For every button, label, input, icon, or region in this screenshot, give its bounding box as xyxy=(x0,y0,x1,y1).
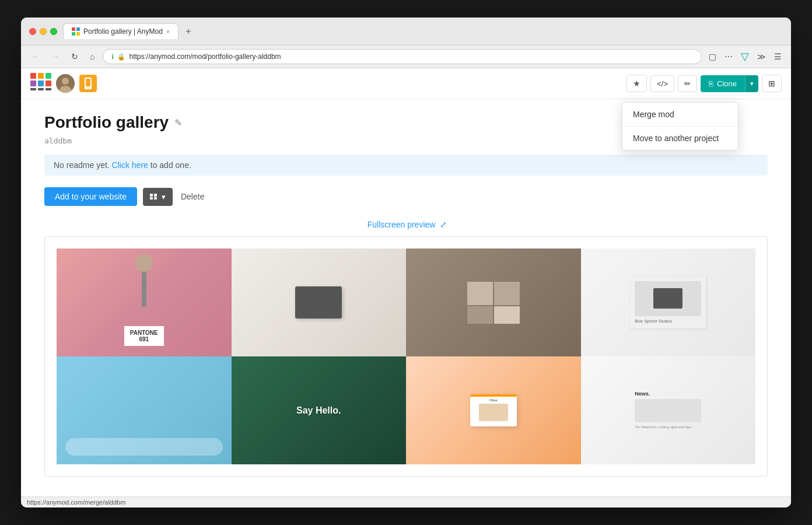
app-logo xyxy=(30,73,97,94)
reader-mode-button[interactable]: ▢ xyxy=(706,50,719,64)
new-tab-button[interactable]: + xyxy=(181,24,195,39)
address-bar[interactable]: ℹ 🔒 https://anymod.com/mod/portfolio-gal… xyxy=(103,49,702,64)
pantone-number: 691 xyxy=(130,336,158,342)
status-url: https://anymod.com/merge/alddbm xyxy=(27,499,125,506)
svg-point-18 xyxy=(88,88,89,89)
clone-icon: ⎘ xyxy=(709,79,713,88)
clone-label: Clone xyxy=(717,79,737,88)
clone-dropdown-button[interactable]: ▾ xyxy=(745,75,758,92)
laptop-preview: Olive xyxy=(470,394,517,426)
fullscreen-icon: ⊞ xyxy=(768,79,775,88)
add-to-website-button[interactable]: Add to your website xyxy=(44,187,137,206)
svg-rect-20 xyxy=(154,194,157,197)
svg-rect-11 xyxy=(38,88,44,90)
cloud-shape xyxy=(65,438,223,456)
merge-mod-item[interactable]: Merge mod xyxy=(622,103,738,126)
svg-rect-5 xyxy=(30,80,36,86)
app-header: ★ </> ✏ ⎘ Clone ▾ ⊞ Merge mod Move to an… xyxy=(21,68,791,99)
svg-rect-3 xyxy=(76,32,80,36)
preview-item-3[interactable] xyxy=(406,249,581,356)
minimize-button[interactable] xyxy=(40,28,47,35)
svg-rect-0 xyxy=(72,27,75,31)
action-bar: Add to your website ▾ Delete xyxy=(44,187,768,206)
preview-item-6[interactable]: Say Hello. xyxy=(232,356,407,464)
fullscreen-preview-icon: ⤢ xyxy=(440,220,447,229)
preview-item-7[interactable]: Olive xyxy=(406,356,581,464)
fullscreen-button[interactable]: ⊞ xyxy=(762,75,782,92)
clone-button[interactable]: ⎘ Clone xyxy=(701,75,745,92)
preview-item-2[interactable] xyxy=(232,249,407,356)
svg-rect-12 xyxy=(46,88,51,90)
anymod-logo[interactable] xyxy=(30,73,51,94)
svg-rect-4 xyxy=(30,73,36,79)
title-edit-icon[interactable]: ✎ xyxy=(174,117,182,128)
clone-dropdown-menu: Merge mod Move to another project xyxy=(622,102,738,150)
svg-rect-19 xyxy=(150,194,153,197)
pantone-card: PANTONE 691 xyxy=(124,326,164,346)
anymod-logo-nav: ▽ xyxy=(741,50,749,63)
grid-preview xyxy=(467,282,520,324)
tabs-area: Portfolio gallery | AnyMod × + xyxy=(63,23,783,39)
chevron-more-button[interactable]: ≫ xyxy=(755,50,768,64)
user-avatar[interactable] xyxy=(56,74,75,93)
readme-suffix: to add one. xyxy=(150,160,191,170)
traffic-lights xyxy=(29,28,57,35)
clone-button-group: ⎘ Clone ▾ xyxy=(701,75,758,92)
edit-button[interactable]: ✏ xyxy=(678,75,697,92)
svg-rect-2 xyxy=(72,32,75,36)
home-button[interactable]: ⌂ xyxy=(86,50,98,64)
preview-item-8[interactable]: News. Tim Malekoon, coding night and day… xyxy=(581,356,756,464)
tab-title: Portfolio gallery | AnyMod xyxy=(83,27,163,36)
fullscreen-preview-link[interactable]: Fullscreen preview ⤢ xyxy=(44,220,768,229)
readme-text: No readme yet. xyxy=(54,160,110,170)
preview-item-4[interactable]: Blue Sphere Studios xyxy=(581,249,756,356)
code-icon: </> xyxy=(657,79,668,88)
star-button[interactable]: ★ xyxy=(626,75,647,92)
dropdown-arrow: ▾ xyxy=(162,192,166,201)
move-to-project-item[interactable]: Move to another project xyxy=(622,127,738,150)
svg-point-14 xyxy=(62,78,69,85)
tab-close-icon[interactable]: × xyxy=(166,28,170,35)
svg-rect-8 xyxy=(46,73,51,79)
svg-rect-21 xyxy=(150,197,153,200)
pantone-label: PANTONE xyxy=(130,330,158,336)
browser-window: Portfolio gallery | AnyMod × + ← → ↻ ⌂ ℹ… xyxy=(21,18,791,508)
fullscreen-preview-text: Fullscreen preview xyxy=(368,220,436,229)
svg-rect-6 xyxy=(38,73,44,79)
tablet-preview xyxy=(295,286,342,318)
icon-dropdown-button[interactable]: ▾ xyxy=(143,188,173,206)
readme-notice: No readme yet. Click here to add one. xyxy=(44,155,768,176)
close-button[interactable] xyxy=(29,28,36,35)
tab-favicon xyxy=(72,27,80,36)
svg-rect-7 xyxy=(38,80,44,86)
mobile-icon xyxy=(79,75,97,92)
delete-button[interactable]: Delete xyxy=(178,187,206,206)
readme-link[interactable]: Click here xyxy=(112,160,148,170)
say-hello-text: Say Hello. xyxy=(296,405,341,416)
svg-rect-22 xyxy=(154,197,157,200)
icon-dropdown-svg xyxy=(150,193,159,200)
url-text: https://anymod.com/mod/portfolio-gallery… xyxy=(129,52,281,61)
code-button[interactable]: </> xyxy=(650,75,674,92)
fullscreen-traffic-button[interactable] xyxy=(50,28,57,35)
page-content: Portfolio gallery ✎ alddbm No readme yet… xyxy=(21,99,791,496)
preview-item-1[interactable]: PANTONE 691 xyxy=(57,249,232,356)
spoon-handle xyxy=(142,266,146,307)
nav-extras: ▢ ⋯ ▽ ≫ ☰ xyxy=(706,50,784,64)
reload-button[interactable]: ↻ xyxy=(68,50,82,64)
status-bar: https://anymod.com/merge/alddbm xyxy=(21,496,791,508)
forward-button[interactable]: → xyxy=(48,50,63,64)
preview-item-5[interactable] xyxy=(57,356,232,464)
preview-container: PANTONE 691 xyxy=(44,236,768,477)
nav-bar: ← → ↻ ⌂ ℹ 🔒 https://anymod.com/mod/portf… xyxy=(21,46,791,68)
hamburger-menu-button[interactable]: ☰ xyxy=(772,50,784,64)
active-tab[interactable]: Portfolio gallery | AnyMod × xyxy=(63,23,178,39)
svg-rect-17 xyxy=(86,79,90,86)
news-preview: News. Tim Malekoon, coding night and day… xyxy=(630,386,706,434)
title-bar: Portfolio gallery | AnyMod × + xyxy=(21,18,791,46)
svg-rect-9 xyxy=(46,80,51,86)
svg-rect-1 xyxy=(76,27,80,31)
back-button[interactable]: ← xyxy=(28,50,43,64)
more-options-button[interactable]: ⋯ xyxy=(722,50,735,64)
page-title: Portfolio gallery xyxy=(44,113,169,132)
